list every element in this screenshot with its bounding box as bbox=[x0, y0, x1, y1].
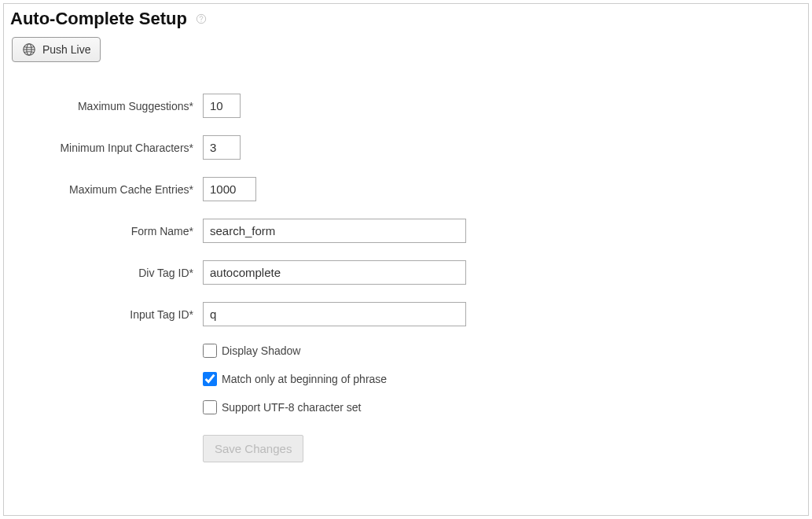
row-display-shadow: Display Shadow bbox=[203, 344, 802, 358]
input-max-cache-entries[interactable] bbox=[203, 177, 256, 201]
page-title: Auto-Complete Setup bbox=[10, 9, 187, 29]
checkbox-display-shadow[interactable] bbox=[203, 344, 217, 358]
globe-icon bbox=[22, 42, 36, 57]
row-max-cache-entries: Maximum Cache Entries* bbox=[10, 177, 802, 201]
input-input-tag-id[interactable] bbox=[203, 302, 466, 326]
input-max-suggestions[interactable] bbox=[203, 94, 241, 118]
input-min-input-chars[interactable] bbox=[203, 135, 241, 160]
label-match-beginning: Match only at beginning of phrase bbox=[222, 373, 387, 385]
label-support-utf8: Support UTF-8 character set bbox=[222, 401, 361, 414]
push-live-button[interactable]: Push Live bbox=[12, 37, 101, 62]
svg-point-1 bbox=[200, 21, 201, 22]
label-max-cache-entries: Maximum Cache Entries* bbox=[10, 183, 203, 196]
checkbox-support-utf8[interactable] bbox=[203, 400, 217, 414]
input-div-tag-id[interactable] bbox=[203, 260, 466, 285]
row-match-beginning: Match only at beginning of phrase bbox=[203, 372, 802, 386]
header-row: Auto-Complete Setup bbox=[10, 9, 802, 29]
setup-panel: Auto-Complete Setup Push Live Maximum Su… bbox=[3, 3, 809, 516]
label-input-tag-id: Input Tag ID* bbox=[10, 308, 203, 321]
help-icon[interactable] bbox=[195, 13, 208, 25]
label-max-suggestions: Maximum Suggestions* bbox=[10, 100, 203, 112]
label-div-tag-id: Div Tag ID* bbox=[10, 267, 203, 279]
label-min-input-chars: Minimum Input Characters* bbox=[10, 142, 203, 154]
save-changes-button[interactable]: Save Changes bbox=[203, 435, 303, 462]
label-display-shadow: Display Shadow bbox=[222, 344, 300, 357]
push-live-label: Push Live bbox=[42, 43, 90, 56]
row-min-input-chars: Minimum Input Characters* bbox=[10, 135, 802, 160]
row-support-utf8: Support UTF-8 character set bbox=[203, 400, 802, 414]
row-form-name: Form Name* bbox=[10, 219, 802, 243]
row-input-tag-id: Input Tag ID* bbox=[10, 302, 802, 326]
input-form-name[interactable] bbox=[203, 219, 466, 243]
label-form-name: Form Name* bbox=[10, 225, 203, 237]
checkbox-match-beginning[interactable] bbox=[203, 372, 217, 386]
row-max-suggestions: Maximum Suggestions* bbox=[10, 94, 802, 118]
row-div-tag-id: Div Tag ID* bbox=[10, 260, 802, 285]
